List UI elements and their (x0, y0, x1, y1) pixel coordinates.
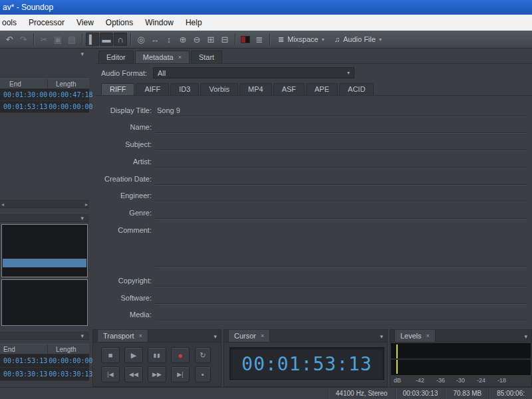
tab-riff[interactable]: RIFF (101, 83, 134, 95)
tab-aiff[interactable]: AIFF (136, 83, 169, 95)
tab-label: Editor (106, 53, 126, 61)
artist-input[interactable] (155, 156, 527, 168)
scroll-left-icon[interactable]: ◂ (1, 201, 4, 207)
audio-format-label: Audio Format: (101, 69, 147, 77)
menu-view[interactable]: View (70, 15, 100, 31)
level-meter[interactable] (391, 343, 531, 375)
engineer-input[interactable] (155, 190, 527, 201)
document-tab-bar: Editor Metadata × Start (98, 51, 222, 63)
comment-input[interactable] (155, 224, 527, 267)
close-icon[interactable]: × (178, 54, 182, 61)
tab-id3[interactable]: ID3 (170, 83, 199, 95)
copyright-input[interactable] (155, 275, 527, 287)
tab-cursor[interactable]: Cursor × (228, 329, 270, 342)
rewind-button[interactable]: ◀◀ (124, 366, 143, 382)
collapse-chevron-icon[interactable]: ▾ (524, 333, 527, 340)
loop-button[interactable]: ↻ (195, 347, 211, 363)
cursor-time-display[interactable]: 00:01:53:13 (229, 347, 384, 380)
menu-help[interactable]: Help (180, 15, 208, 31)
zoom-selection-icon[interactable]: ◎ (134, 33, 148, 46)
close-icon[interactable]: × (261, 332, 264, 339)
block-tool-icon[interactable]: ▬ (100, 33, 113, 46)
audio-file-dropdown-button[interactable]: ♫ Audio File ▾ (330, 32, 386, 47)
tab-transport[interactable]: Transport × (97, 329, 148, 342)
tab-vorbis[interactable]: Vorbis (200, 83, 238, 95)
tab-start[interactable]: Start (191, 51, 222, 63)
menu-options[interactable]: Options (100, 15, 139, 31)
cell-length: 00:00:47:18 (47, 89, 92, 100)
skip-end-button[interactable]: ▶| (171, 366, 190, 382)
tab-editor[interactable]: Editor (98, 51, 134, 63)
zoom-out-icon[interactable]: ⊖ (190, 33, 203, 46)
zoom-horizontal-icon[interactable]: ↔ (148, 33, 162, 46)
snap-magnet-icon[interactable]: ∩ (114, 33, 127, 46)
collapse-chevron-icon[interactable]: ▾ (213, 333, 217, 340)
close-icon[interactable]: × (426, 332, 430, 339)
column-header-end[interactable]: End (0, 79, 48, 88)
menu-window[interactable]: Window (139, 15, 180, 31)
record-button[interactable]: ● (171, 347, 190, 363)
zoom-vertical-icon[interactable]: ↕ (162, 33, 176, 46)
mixspace-dropdown-button[interactable]: ≣ Mixspace ▾ (273, 32, 329, 47)
creation-date-input[interactable] (155, 173, 527, 185)
paste-icon[interactable]: ▤ (65, 33, 78, 46)
tab-asf[interactable]: ASF (273, 83, 305, 95)
waveform-overview-2[interactable] (1, 279, 88, 326)
collapse-chevron-icon[interactable]: ▾ (80, 51, 84, 57)
play-button[interactable]: ▶ (124, 347, 143, 363)
cell-end: 00:01:53:13 (0, 354, 47, 367)
extra-transport-button[interactable]: ▪ (195, 366, 211, 382)
column-header-length[interactable]: Length (48, 79, 89, 88)
field-label: Name: (95, 121, 152, 133)
metadata-panel: Audio Format: All ▾ RIFF AIFF ID3 Vorbis… (95, 63, 532, 328)
close-icon[interactable]: × (139, 332, 142, 339)
copy-icon[interactable]: ▣ (51, 33, 65, 46)
zoom-in-window-icon[interactable]: ⊞ (204, 33, 217, 46)
pause-button[interactable]: ▮▮ (148, 347, 166, 363)
audio-format-select[interactable]: All ▾ (153, 67, 354, 78)
column-header-end[interactable]: End (0, 344, 48, 354)
db-unit-label: dB (394, 377, 401, 384)
table-row[interactable]: 00:01:53:13 00:00:00:00 (0, 354, 89, 368)
menu-tools[interactable]: ools (0, 15, 23, 31)
field-media: Media: (95, 309, 532, 321)
tab-mp4[interactable]: MP4 (239, 83, 272, 95)
zoom-out-window-icon[interactable]: ⊟ (218, 33, 231, 46)
panel-section-header[interactable]: ▾ (0, 331, 89, 340)
collapse-chevron-icon[interactable]: ▾ (380, 333, 383, 340)
tab-acid[interactable]: ACID (339, 83, 374, 95)
skip-start-button[interactable]: |◀ (101, 366, 120, 382)
zoom-in-icon[interactable]: ⊕ (176, 33, 190, 46)
tab-metadata[interactable]: Metadata × (135, 51, 190, 63)
name-input[interactable] (155, 121, 527, 133)
genre-input[interactable] (155, 207, 527, 219)
subject-input[interactable] (155, 138, 527, 150)
waveform-overview[interactable] (1, 224, 88, 277)
stop-button[interactable]: ■ (101, 347, 120, 363)
software-input[interactable] (155, 292, 527, 304)
undo-icon[interactable]: ↶ (3, 33, 16, 46)
collapse-chevron-icon[interactable]: ▾ (80, 332, 84, 339)
table-row[interactable]: 00:03:30:13 00:03:30:13 (0, 368, 89, 381)
arrange-icon[interactable]: ≣ (253, 33, 266, 46)
menu-processor[interactable]: Processor (23, 15, 70, 31)
cut-icon[interactable]: ✂ (37, 33, 51, 46)
table-row[interactable]: 00:01:53:13 00:00:00:00 (0, 101, 89, 113)
selection-band[interactable] (3, 259, 86, 267)
panel-section-header[interactable]: ▾ (0, 213, 89, 222)
column-header-length[interactable]: Length (48, 344, 89, 354)
media-input[interactable] (155, 309, 527, 321)
table-row[interactable]: 00:01:30:00 00:00:47:18 (0, 89, 89, 101)
tab-ape[interactable]: APE (306, 83, 338, 95)
redo-icon[interactable]: ↷ (17, 33, 30, 46)
horizontal-scrollbar[interactable]: ◂ ▸ (0, 200, 89, 208)
edit-tool-icon[interactable]: ▍ (86, 33, 99, 46)
fast-forward-button[interactable]: ▶▶ (148, 366, 166, 382)
collapse-chevron-icon[interactable]: ▾ (80, 215, 84, 221)
scroll-right-icon[interactable]: ▸ (85, 201, 88, 207)
display-title-input[interactable]: Song 9 (155, 104, 527, 116)
field-name: Name: (95, 121, 532, 133)
field-label: Display Title: (95, 104, 152, 116)
spectrogram-toggle-button[interactable] (239, 33, 252, 46)
tab-levels[interactable]: Levels × (394, 329, 436, 342)
